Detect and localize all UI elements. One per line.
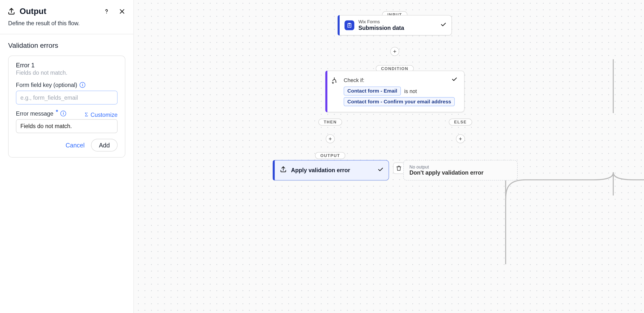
output-icon [280,166,287,175]
input-node[interactable]: Wix Forms Submission data [338,15,452,36]
badge-then: THEN [318,118,342,126]
app-icon [344,20,354,30]
panel-subtitle: Define the result of this flow. [0,20,134,34]
condition-label: Check if: [344,77,451,83]
customize-label: Customize [90,112,118,118]
check-icon [451,76,458,84]
add-step-button[interactable]: + [390,47,400,56]
panel-title: Output [20,6,46,16]
field-key-input[interactable] [16,90,118,104]
required-star: * [56,108,58,115]
error-message-label: Error message [16,110,54,117]
condition-chip[interactable]: Contact form - Email [344,86,401,96]
input-title: Submission data [358,24,436,31]
no-output-node[interactable]: No output Don't apply validation error [403,160,518,180]
condition-operator: is not [403,88,418,94]
check-icon [440,21,447,30]
ghost-label: No output [410,164,512,170]
connectors [134,0,644,313]
customize-link[interactable]: Σ Customize [85,112,118,118]
error-message-input[interactable] [16,119,118,133]
cancel-button[interactable]: Cancel [66,142,85,148]
input-app: Wix Forms [358,19,436,24]
badge-else: ELSE [449,118,472,126]
output-title: Apply validation error [291,167,373,174]
check-icon [377,166,384,174]
badge-output: OUTPUT [315,152,346,159]
close-button[interactable] [118,7,126,15]
flow-canvas[interactable]: INPUT Wix Forms Submission data + CONDIT… [134,0,644,313]
ghost-title: Don't apply validation error [410,170,512,176]
output-panel: Output Define the result of this flow. V… [0,0,134,313]
error-subheading: Fields do not match. [16,69,118,76]
error-heading: Error 1 [16,62,118,68]
svg-point-0 [106,13,107,14]
info-icon[interactable]: i [80,82,85,88]
branch-icon [330,77,338,86]
delete-button[interactable] [393,162,404,174]
condition-node[interactable]: Check if: Contact form - Email is not Co… [326,70,464,112]
panel-header: Output [0,0,134,20]
help-button[interactable] [102,7,110,15]
add-step-button[interactable]: + [326,134,335,143]
info-icon[interactable]: i [60,111,66,116]
add-button[interactable]: Add [91,139,118,152]
error-card: Error 1 Fields do not match. Form field … [8,56,125,158]
output-icon [7,7,16,15]
output-node[interactable]: Apply validation error [273,160,389,180]
add-step-button[interactable]: + [456,134,465,143]
sigma-icon: Σ [85,112,88,118]
condition-chip[interactable]: Contact form - Confirm your email addres… [344,97,455,106]
section-title: Validation errors [8,42,125,50]
field-key-label: Form field key (optional) [16,82,77,88]
